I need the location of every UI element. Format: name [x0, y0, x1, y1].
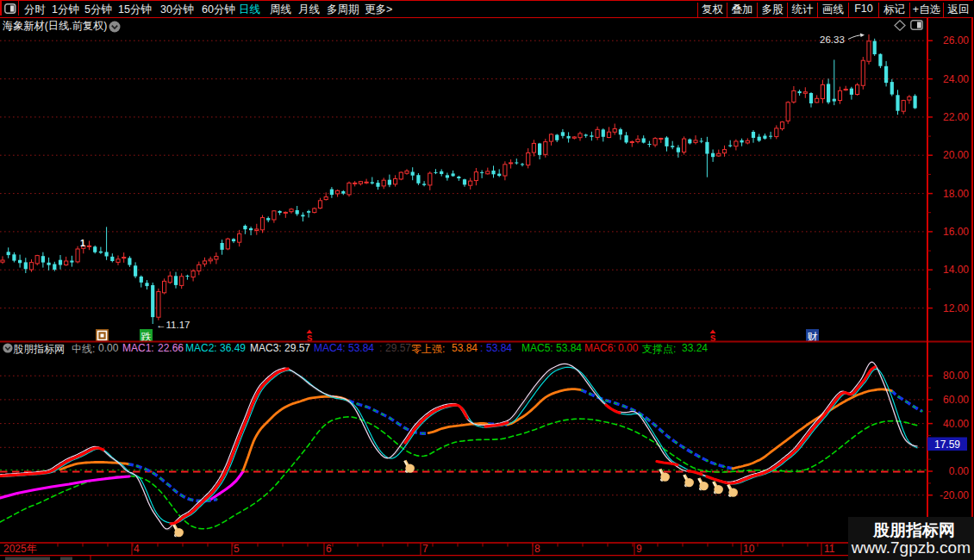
svg-text:0.00: 0.00 [949, 465, 970, 477]
svg-text:4: 4 [134, 543, 140, 555]
svg-text:10: 10 [743, 543, 755, 555]
svg-text:8: 8 [534, 543, 540, 555]
svg-text:5: 5 [234, 543, 240, 555]
svg-text:股朋指标网: 股朋指标网 [872, 521, 955, 539]
svg-text:跌: 跌 [141, 331, 152, 343]
svg-text:9: 9 [636, 543, 642, 555]
svg-text:11: 11 [824, 543, 835, 555]
svg-text:6: 6 [326, 543, 332, 555]
svg-text:16.00: 16.00 [943, 226, 969, 238]
svg-text:17.59: 17.59 [934, 439, 960, 451]
svg-text:←11.17: ←11.17 [156, 320, 190, 330]
svg-text:80.00: 80.00 [943, 370, 969, 382]
svg-text:www.7gpzb.com: www.7gpzb.com [851, 538, 971, 557]
svg-text:24.00: 24.00 [943, 73, 969, 85]
svg-text:60.00: 60.00 [943, 394, 969, 406]
svg-text:12.00: 12.00 [943, 302, 969, 314]
svg-text:2025年: 2025年 [3, 543, 37, 555]
svg-text:22.00: 22.00 [943, 111, 969, 123]
svg-text:20.00: 20.00 [943, 149, 969, 161]
svg-text:7: 7 [422, 543, 428, 555]
svg-text:26.33: 26.33 [820, 34, 845, 45]
svg-text:1: 1 [80, 238, 85, 248]
svg-text:财: 财 [808, 331, 818, 343]
svg-text:-20.00: -20.00 [940, 489, 969, 501]
svg-text:14.00: 14.00 [943, 264, 969, 276]
svg-text:26.00: 26.00 [943, 34, 969, 47]
svg-text:18.00: 18.00 [943, 188, 969, 200]
svg-text:40.00: 40.00 [943, 418, 969, 430]
